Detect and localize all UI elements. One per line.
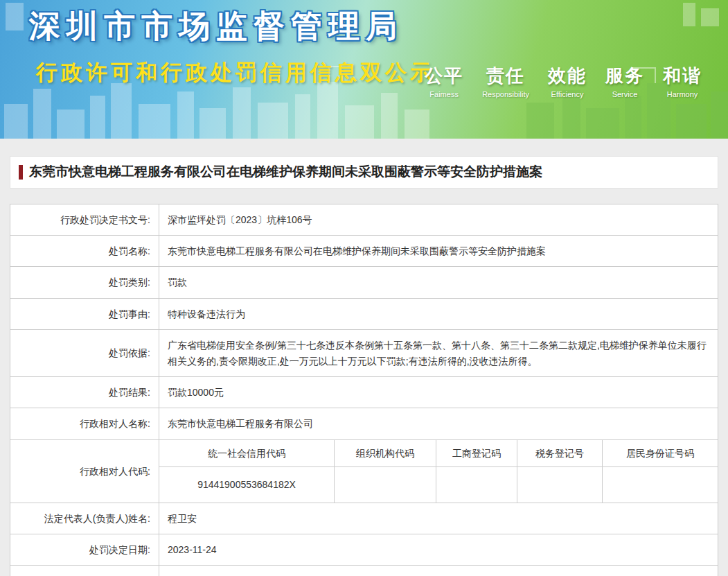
code-header-org-code: 组织机构代码 — [335, 439, 436, 466]
table-row-penalty-reason: 处罚事由: 特种设备违法行为 — [10, 298, 718, 329]
row-label: 处罚机关: — [10, 566, 159, 576]
slogan-en: Harmony — [663, 90, 702, 98]
row-value: 程卫安 — [159, 503, 718, 534]
row-value: 罚款10000元 — [159, 377, 718, 408]
row-value: 深圳市市场监督管理局坪山监管局 — [159, 566, 718, 576]
row-value: 东莞市快意电梯工程服务有限公司在电梯维护保养期间未采取围蔽警示等安全防护措施案 — [159, 236, 718, 267]
row-value: 东莞市快意电梯工程服务有限公司 — [159, 408, 718, 439]
slogan-cn: 效能 — [548, 64, 587, 88]
slogan-item-responsibility: 责任 Responsibility — [482, 64, 529, 98]
table-row-penalty-basis: 处罚依据: 广东省电梯使用安全条例/第三十七条违反本条例第十五条第一款、第十八条… — [10, 330, 718, 377]
slogan-item-harmony: 和谐 Harmony — [663, 64, 702, 98]
row-label: 行政相对人代码: — [10, 439, 159, 503]
code-header-tax-reg: 税务登记号 — [517, 439, 603, 466]
slogan-en: Service — [605, 90, 644, 98]
slogan-item-fairness: 公平 Faimess — [425, 64, 463, 98]
title-accent-marker — [19, 165, 23, 180]
slogan-item-service: 服务 Service — [605, 64, 644, 98]
slogan-cn: 和谐 — [663, 64, 702, 88]
row-label: 法定代表人(负责人)姓名: — [10, 503, 159, 534]
slogan-cn: 责任 — [482, 64, 529, 88]
table-row-party-codes-header: 行政相对人代码: 统一社会信用代码 组织机构代码 工商登记码 税务登记号 居民身… — [10, 439, 718, 466]
code-value-credit-code: 91441900553684182X — [159, 467, 335, 503]
slogan-item-efficiency: 效能 Efficiency — [548, 64, 587, 98]
code-header-credit-code: 统一社会信用代码 — [159, 439, 335, 466]
table-row-penalty-category: 处罚类别: 罚款 — [10, 267, 718, 298]
slogan-en: Responsibility — [482, 90, 529, 98]
row-label: 行政处罚决定书文号: — [10, 204, 159, 235]
row-value: 广东省电梯使用安全条例/第三十七条违反本条例第十五条第一款、第十八条、第三十二条… — [159, 330, 718, 377]
site-header: 深圳市市场监督管理局 行政许可和行政处罚信用信息双公示 公平 Faimess 责… — [0, 0, 728, 139]
row-value: 深市监坪处罚〔2023〕坑梓106号 — [159, 204, 718, 235]
table-row-penalty-authority: 处罚机关: 深圳市市场监督管理局坪山监管局 — [10, 566, 718, 576]
site-subtitle: 行政许可和行政处罚信用信息双公示 — [36, 58, 435, 87]
slogan-en: Efficiency — [548, 90, 587, 98]
row-label: 行政相对人名称: — [10, 408, 159, 439]
table-row-legal-representative: 法定代表人(负责人)姓名: 程卫安 — [10, 503, 718, 534]
slogan-cn: 公平 — [425, 64, 463, 88]
row-label: 处罚名称: — [10, 236, 159, 267]
site-title: 深圳市市场监督管理局 — [29, 6, 403, 47]
table-row-doc-number: 行政处罚决定书文号: 深市监坪处罚〔2023〕坑梓106号 — [10, 204, 718, 235]
code-header-id-number: 居民身份证号码 — [603, 439, 718, 466]
case-title-bar: 东莞市快意电梯工程服务有限公司在电梯维护保养期间未采取围蔽警示等安全防护措施案 — [10, 156, 718, 189]
table-row-penalty-result: 处罚结果: 罚款10000元 — [10, 377, 718, 408]
row-value: 罚款 — [159, 267, 718, 298]
row-label: 处罚类别: — [10, 267, 159, 298]
penalty-info-table: 行政处罚决定书文号: 深市监坪处罚〔2023〕坑梓106号 处罚名称: 东莞市快… — [10, 204, 718, 576]
slogan-cn: 服务 — [605, 64, 644, 88]
main-content: 东莞市快意电梯工程服务有限公司在电梯维护保养期间未采取围蔽警示等安全防护措施案 … — [0, 139, 728, 576]
code-value-business-reg — [436, 467, 517, 503]
code-value-id-number — [603, 467, 718, 503]
code-value-org-code — [335, 467, 436, 503]
slogan-list: 公平 Faimess 责任 Responsibility 效能 Efficien… — [425, 64, 702, 98]
row-label: 处罚结果: — [10, 377, 159, 408]
row-value: 特种设备违法行为 — [159, 298, 718, 329]
page-title: 东莞市快意电梯工程服务有限公司在电梯维护保养期间未采取围蔽警示等安全防护措施案 — [29, 164, 542, 181]
table-row-decision-date: 处罚决定日期: 2023-11-24 — [10, 534, 718, 565]
row-label: 处罚事由: — [10, 298, 159, 329]
row-label: 处罚决定日期: — [10, 534, 159, 565]
table-row-penalty-name: 处罚名称: 东莞市快意电梯工程服务有限公司在电梯维护保养期间未采取围蔽警示等安全… — [10, 236, 718, 267]
row-value: 2023-11-24 — [159, 534, 718, 565]
slogan-en: Faimess — [425, 90, 463, 98]
code-header-business-reg: 工商登记码 — [436, 439, 517, 466]
table-row-party-name: 行政相对人名称: 东莞市快意电梯工程服务有限公司 — [10, 408, 718, 439]
code-value-tax-reg — [517, 467, 603, 503]
row-label: 处罚依据: — [10, 330, 159, 377]
